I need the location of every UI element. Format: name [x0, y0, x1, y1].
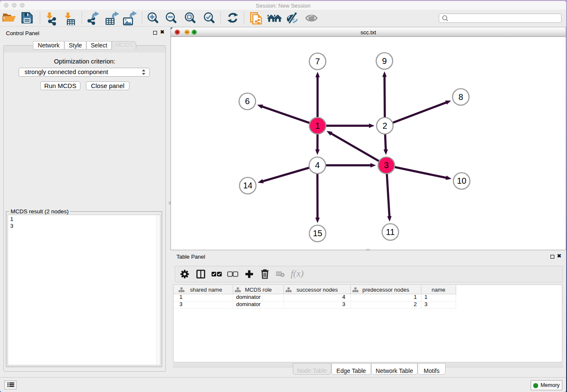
svg-text:3: 3: [384, 160, 388, 170]
svg-text:9: 9: [382, 56, 387, 66]
svg-text:7: 7: [315, 57, 320, 66]
svg-text:8: 8: [458, 92, 463, 102]
svg-text:10: 10: [457, 176, 466, 185]
svg-text:15: 15: [313, 229, 322, 238]
svg-text:11: 11: [386, 227, 395, 237]
svg-text:6: 6: [245, 97, 250, 106]
svg-text:1: 1: [315, 121, 320, 130]
svg-text:14: 14: [243, 181, 252, 190]
svg-text:4: 4: [315, 160, 319, 170]
svg-text:2: 2: [383, 121, 387, 130]
